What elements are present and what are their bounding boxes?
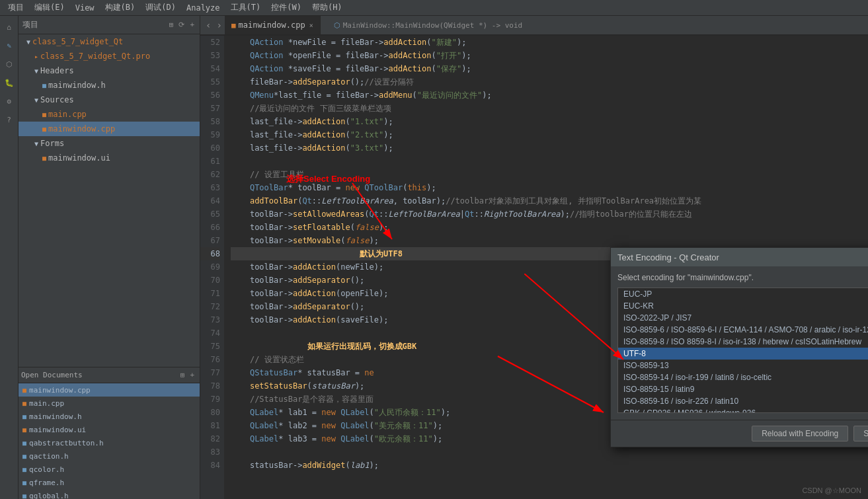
tree-pro-file[interactable]: ▸ class_5_7_widget_Qt.pro	[19, 49, 200, 63]
dialog-item-iso88596[interactable]: ISO-8859-6 / ISO-8859-6-I / ECMA-114 / A…	[618, 324, 868, 336]
code-line-55: fileBar->addSeparator();//设置分隔符	[231, 75, 861, 89]
tree-mainwindow-ui[interactable]: ■ mainwindow.ui	[19, 151, 200, 165]
tree-pro-label: class_5_7_widget_Qt.pro	[40, 52, 150, 61]
doc-cpp-icon: ■	[22, 387, 26, 394]
code-line-66: toolBar->setFloatable(false);	[231, 221, 861, 234]
code-line-57: //最近访问的文件 下面三级菜单栏选项	[231, 102, 861, 115]
filter-btn[interactable]: ⊞	[167, 19, 177, 30]
text-encoding-dialog[interactable]: Text Encoding - Qt Creator × Select enco…	[610, 247, 868, 447]
sidebar-edit-icon[interactable]: ✎	[1, 37, 18, 54]
tree-mainwindow-cpp-icon: ■	[42, 126, 46, 133]
tree-main-cpp[interactable]: ■ main.cpp	[19, 107, 200, 122]
menu-build[interactable]: 构建(B)	[100, 1, 141, 15]
menu-help[interactable]: 帮助(H)	[307, 1, 348, 15]
open-docs-toolbar: Open Documents ⊞ +	[19, 367, 200, 383]
ln-55: 55	[200, 75, 220, 89]
tree-file-icon: ▸	[34, 53, 38, 60]
ln-53: 53	[200, 49, 220, 62]
tree-sources-folder[interactable]: ▼ Sources	[19, 93, 200, 107]
dialog-item-euc-jp[interactable]: EUC-JP	[618, 288, 868, 300]
open-doc-mainwindow-cpp[interactable]: ■ mainwindow.cpp	[19, 383, 200, 397]
dialog-item-iso885913[interactable]: ISO-8859-13	[618, 360, 868, 371]
sidebar-welcome-icon[interactable]: ⌂	[1, 19, 18, 36]
tab-close-btn[interactable]: ×	[309, 22, 313, 29]
open-docs-add-btn[interactable]: +	[187, 369, 197, 381]
project-toolbar: 项目 ⊞ ⟳ +	[19, 16, 200, 34]
open-doc-mainwindow-h[interactable]: ■ mainwindow.h	[19, 410, 200, 423]
open-doc-qaction[interactable]: ■ qaction.h	[19, 449, 200, 463]
dialog-item-euc-kr[interactable]: EUC-KR	[618, 300, 868, 312]
dialog-title-bar[interactable]: Text Encoding - Qt Creator ×	[611, 248, 868, 266]
sidebar-project-icon[interactable]: ⚙	[1, 93, 18, 110]
open-docs-layout-btn[interactable]: ⊞	[178, 369, 188, 381]
open-doc-qglobal[interactable]: ■ qglobal.h	[19, 489, 200, 499]
open-doc-qcolor[interactable]: ■ qcolor.h	[19, 463, 200, 476]
dialog-item-iso885914[interactable]: ISO-8859-14 / iso-ir-199 / latin8 / iso-…	[618, 371, 868, 383]
dialog-item-gbk[interactable]: GBK / CP936 / MS936 / windows-936	[618, 407, 868, 413]
doc-qab-icon: ■	[22, 440, 26, 447]
dialog-encoding-list[interactable]: EUC-JP EUC-KR ISO-2022-JP / JIS7 ISO-885…	[617, 288, 868, 413]
tab-breadcrumb: ⬡ MainWindow::MainWindow(QWidget *) -> v…	[334, 21, 523, 30]
tab-mainwindow-cpp[interactable]: ■ mainwindow.cpp ×	[225, 16, 321, 34]
code-line-56: QMenu*last_file = fileBar->addMenu("最近访问…	[231, 89, 861, 102]
ln-70: 70	[200, 274, 220, 287]
save-with-encoding-btn[interactable]: Save with Encoding	[853, 426, 868, 441]
dialog-item-utf8[interactable]: UTF-8	[618, 348, 868, 360]
tree-forms-icon: ▼	[34, 140, 38, 147]
tree-forms-label: Forms	[40, 139, 64, 148]
ln-60: 60	[200, 141, 220, 155]
tree-project-root[interactable]: ▼ class_5_7_widget_Qt	[19, 34, 200, 49]
dialog-description: Select encoding for "mainwindow.cpp".	[617, 273, 868, 282]
open-doc-qabstractbutton[interactable]: ■ qabstractbutton.h	[19, 436, 200, 449]
tree-mainwindow-h-label: mainwindow.h	[48, 81, 106, 90]
sidebar-design-icon[interactable]: ⬡	[1, 56, 18, 73]
add-btn[interactable]: +	[187, 19, 197, 30]
line-numbers: 52 53 54 55 56 57 58 59 60 61 62 63 64 6…	[200, 36, 224, 499]
reload-with-encoding-btn[interactable]: Reload with Encoding	[752, 426, 848, 441]
ln-63: 63	[200, 181, 220, 194]
tab-cpp-icon: ■	[231, 21, 236, 30]
doc-ui-icon: ■	[22, 426, 26, 434]
ln-64: 64	[200, 194, 220, 208]
tree-forms-folder[interactable]: ▼ Forms	[19, 136, 200, 151]
menu-tools[interactable]: 工具(T)	[225, 1, 266, 15]
ln-52: 52	[200, 36, 220, 49]
code-line-64: addToolBar(Qt::LeftToolBarArea, toolBar)…	[231, 194, 861, 208]
tree-mainwindow-cpp-label: mainwindow.cpp	[48, 124, 115, 134]
tab-prev-btn[interactable]: ‹	[203, 20, 214, 30]
menu-view[interactable]: View	[70, 2, 100, 14]
menu-edit[interactable]: 编辑(E)	[29, 1, 70, 15]
open-doc-mainwindow-ui[interactable]: ■ mainwindow.ui	[19, 423, 200, 436]
sidebar-debug-icon[interactable]: 🐛	[1, 74, 18, 91]
ln-82: 82	[200, 432, 220, 445]
open-doc-label: qabstractbutton.h	[29, 439, 104, 447]
dialog-item-iso885915[interactable]: ISO-8859-15 / latin9	[618, 383, 868, 395]
tree-mainwindow-cpp[interactable]: ■ mainwindow.cpp	[19, 122, 200, 136]
dialog-item-iso885916[interactable]: ISO-8859-16 / iso-ir-226 / latin10	[618, 395, 868, 407]
open-doc-qframe[interactable]: ■ qframe.h	[19, 476, 200, 489]
menu-debug[interactable]: 调试(D)	[140, 1, 181, 15]
code-line-58: last_file->addAction("1.txt");	[231, 115, 861, 128]
open-doc-label: mainwindow.ui	[29, 426, 86, 434]
menu-widget[interactable]: 控件(W)	[266, 1, 307, 15]
open-doc-label: qcolor.h	[29, 465, 64, 474]
menu-analyze[interactable]: Analyze	[181, 2, 225, 14]
icon-sidebar: ⌂ ✎ ⬡ 🐛 ⚙ ?	[0, 16, 19, 499]
code-line-60: last_file->addAction("3.txt");	[231, 141, 861, 155]
code-line-65: toolBar->setAllowedAreas(Qt::LeftToolBar…	[231, 208, 861, 221]
open-doc-main-cpp[interactable]: ■ main.cpp	[19, 397, 200, 410]
ln-84: 84	[200, 459, 220, 472]
dialog-item-iso2022[interactable]: ISO-2022-JP / JIS7	[618, 312, 868, 324]
ln-66: 66	[200, 221, 220, 234]
sync-btn[interactable]: ⟳	[176, 19, 187, 30]
tree-project-label: class_5_7_widget_Qt	[32, 37, 123, 46]
tab-filename: mainwindow.cpp	[239, 20, 305, 30]
menu-project[interactable]: 项目	[3, 1, 29, 15]
dialog-item-iso88598[interactable]: ISO-8859-8 / ISO 8859-8-I / iso-ir-138 /…	[618, 336, 868, 348]
tab-bar: ‹ › ■ mainwindow.cpp × ⬡ MainWindow::Mai…	[200, 16, 868, 36]
tab-next-btn[interactable]: ›	[214, 20, 224, 30]
tree-headers-folder[interactable]: ▼ Headers	[19, 63, 200, 78]
tree-header-icon: ■	[42, 82, 46, 89]
sidebar-help-icon[interactable]: ?	[1, 111, 18, 128]
tree-mainwindow-h[interactable]: ■ mainwindow.h	[19, 78, 200, 93]
